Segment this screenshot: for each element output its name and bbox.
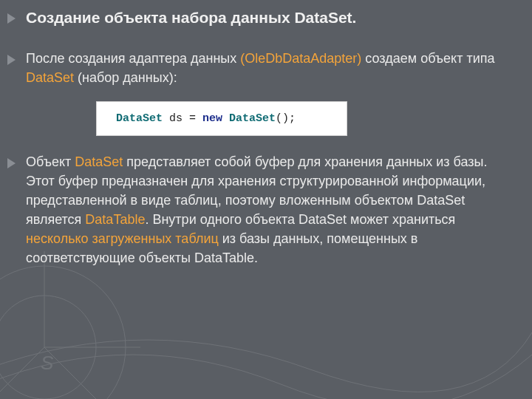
text: . Внутри одного объекта DataSet может хр… (145, 212, 455, 227)
code-space (222, 112, 229, 125)
code-var: ds (163, 112, 189, 125)
text: (набор данных): (74, 70, 177, 85)
title-row: Создание объекта набора данных DataSet. (7, 7, 510, 28)
svg-text:S: S (41, 352, 54, 374)
slide-content: Создание объекта набора данных DataSet. … (0, 0, 532, 288)
bullet-arrow-icon (7, 13, 16, 24)
highlight: DataTable (85, 212, 145, 227)
paragraph-2-row: Объект DataSet представляет собой буфер … (7, 152, 510, 268)
code-paren: (); (276, 112, 296, 125)
highlight: (OleDbDataAdapter) (240, 51, 361, 66)
highlight: DataSet (26, 70, 74, 85)
slide-title: Создание объекта набора данных DataSet. (26, 7, 356, 28)
text: создаем объект типа (361, 51, 494, 66)
code-snippet: DataSet ds = new DataSet(); (96, 101, 347, 136)
text: Объект (26, 154, 75, 169)
highlight: DataSet (75, 154, 123, 169)
paragraph-1: После создания адаптера данных (OleDbDat… (26, 49, 510, 87)
highlight: несколько загруженных таблиц (26, 231, 219, 246)
svg-point-1 (0, 296, 96, 399)
text: После создания адаптера данных (26, 51, 240, 66)
code-type: DataSet (116, 112, 163, 125)
code-eq: = (189, 112, 202, 125)
paragraph-1-row: После создания адаптера данных (OleDbDat… (7, 49, 510, 87)
paragraph-2: Объект DataSet представляет собой буфер … (26, 152, 510, 268)
code-keyword: new (202, 112, 222, 125)
bullet-arrow-icon (7, 55, 16, 65)
bullet-arrow-icon (7, 158, 16, 168)
code-type: DataSet (229, 112, 276, 125)
